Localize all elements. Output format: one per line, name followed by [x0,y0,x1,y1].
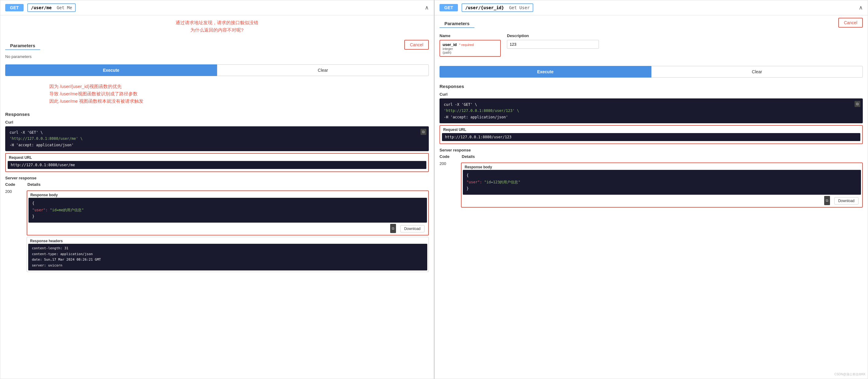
left-params-section: No parameters [0,52,434,60]
left-response-details: Response body { "user": "id=me的用户信息" } ⧉… [27,189,429,273]
left-endpoint-header: GET /user/me Get Me ∧ [0,0,434,15]
right-endpoint-path: /user/{user_id} Get User [462,3,533,12]
right-response-body-label: Response body [463,164,861,170]
left-request-url-value: http://127.0.0.1:8080/user/me [8,161,426,169]
right-user-id-input[interactable] [507,40,599,49]
left-annotation-middle: 因为 /user/{user_id}视图函数的优先 导致 /user/me视图函… [0,79,434,109]
right-curl-title: Curl [435,90,868,97]
left-response-body-content: { "user": "id=me的用户信息" } [29,198,427,223]
left-cancel-button[interactable]: Cancel [404,40,429,50]
left-response-table-header: Code Details [0,181,434,188]
left-no-params: No parameters [5,52,429,60]
left-path-desc: Get Me [57,5,72,10]
left-copy-response-button[interactable]: ⧉ [390,224,396,233]
right-param-name-cell: user_id * required integer (path) [439,40,501,57]
right-collapse-button[interactable]: ∧ [859,4,863,11]
right-cancel-button[interactable]: Cancel [838,18,863,28]
left-btn-section: Execute Clear [0,64,434,76]
left-method-badge: GET [5,4,24,11]
left-response-headers-content: content-length: 31 content-type: applica… [28,244,427,270]
right-name-col: Name [439,33,501,38]
right-response-details: Response body { "user": "id=123的用户信息" } … [461,161,863,209]
right-param-table-header: Name Description [439,32,863,40]
left-clear-button[interactable]: Clear [217,64,429,76]
left-curl-block: curl -X 'GET' \ 'http://127.0.0.1:8080/u… [5,126,429,151]
left-curl-title: Curl [0,118,434,125]
left-server-response-label: Server response [0,174,434,181]
right-path-main: /user/{user_id} [465,5,504,10]
right-response-row: 200 Response body { "user": "id=123的用户信息… [435,160,868,210]
right-params-title: Parameters [439,17,474,28]
left-body-action-row: ⧉ Download [29,223,427,234]
right-param-name: user_id [442,42,457,47]
right-param-type: integer [442,47,498,51]
left-response-code: 200 [5,189,18,194]
right-btn-section: Execute Clear [435,66,868,78]
right-param-input-cell [507,40,599,49]
right-copy-response-button[interactable]: ⧉ [824,196,830,205]
left-params-row: Parameters Cancel [0,37,434,52]
right-body-action-row: ⧉ Download [463,195,861,206]
right-copy-curl-button[interactable]: ⧉ [855,101,860,107]
right-curl-block: curl -X 'GET' \ 'http://127.0.0.1:8080/u… [439,98,863,123]
left-copy-curl-button[interactable]: ⧉ [421,129,426,135]
right-desc-col: Description [507,33,863,38]
right-response-body-content: { "user": "id=123的用户信息" } [463,170,861,195]
left-response-headers-label: Response headers [28,238,427,244]
left-annotation-top: 通过请求地址发现，请求的接口貌似没错 为什么返回的内容不对呢? [0,15,434,37]
left-endpoint-path: /user/me Get Me [27,3,76,12]
left-collapse-button[interactable]: ∧ [425,4,429,11]
left-download-button[interactable]: Download [400,225,425,232]
right-execute-button[interactable]: Execute [439,66,651,78]
left-responses-title: Responses [0,109,434,118]
left-response-row: 200 Response body { "user": "id=me的用户信息"… [0,188,434,274]
right-param-name-box: user_id * required integer (path) [439,40,501,57]
left-path-main: /user/me [31,5,52,10]
right-request-url-label: Request URL [440,127,862,133]
right-server-response-label: Server response [435,146,868,153]
left-request-url-label: Request URL [6,155,428,161]
right-panel: GET /user/{user_id} Get User ∧ Parameter… [434,0,868,379]
right-param-table: Name Description user_id * required inte… [439,30,863,62]
right-download-button[interactable]: Download [834,197,859,205]
left-response-body-label: Response body [29,192,427,198]
right-param-location: (path) [442,51,498,54]
left-response-body-box: Response body { "user": "id=me的用户信息" } ⧉… [27,191,429,235]
right-method-badge: GET [439,4,458,11]
left-execute-button[interactable]: Execute [5,64,217,76]
right-path-desc: Get User [509,5,530,10]
right-params-section: Name Description user_id * required inte… [435,30,868,62]
right-params-row: Parameters Cancel [435,15,868,30]
right-param-row: user_id * required integer (path) [439,40,863,57]
right-responses-title: Responses [435,81,868,90]
right-request-url-value: http://127.0.0.1:8080/user/123 [442,133,860,141]
right-response-table-header: Code Details [435,153,868,160]
left-response-headers-box: Response headers content-length: 31 cont… [27,237,429,272]
left-btn-row: Execute Clear [5,64,429,76]
right-clear-button[interactable]: Clear [651,66,863,78]
right-param-required: * required [459,43,474,47]
left-params-title: Parameters [5,39,40,50]
right-request-url-box: Request URL http://127.0.0.1:8080/user/1… [439,125,863,144]
right-btn-row: Execute Clear [439,66,863,78]
left-panel: GET /user/me Get Me ∧ 通过请求地址发现，请求的接口貌似没错… [0,0,434,379]
right-endpoint-header: GET /user/{user_id} Get User ∧ [435,0,868,15]
right-response-code: 200 [439,161,452,166]
watermark: CSDN@蒲公英信仰KK [834,372,866,377]
left-request-url-box: Request URL http://127.0.0.1:8080/user/m… [5,153,429,172]
right-response-body-box: Response body { "user": "id=123的用户信息" } … [461,163,863,208]
